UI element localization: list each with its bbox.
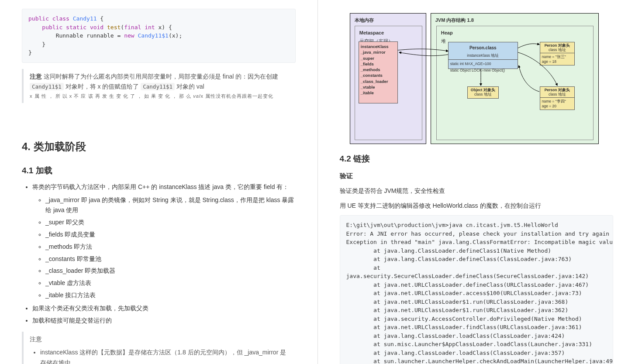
note-final: 注意 这同时解释了为什么匿名内部类引用局部变量时，局部变量必须是 final 的…	[22, 69, 296, 103]
left-column: public class Candy11 { public static voi…	[0, 0, 318, 364]
jvm-diagram: 本地内存 Metaspace元空间（实现） JVM 内存结构 1.8 Heap堆…	[350, 9, 603, 144]
person2-box: Person 对象头class 地址 name = "李四"age = 20	[540, 86, 575, 110]
h3-loading: 4.1 加载	[22, 164, 296, 178]
h4-verify: 验证	[340, 170, 614, 182]
stacktrace-block: E:\git\jvm\out\production\jvm>java cn.it…	[340, 215, 614, 364]
person1-box: Person 对象头class 地址 name = "张三"age = 18	[540, 42, 575, 65]
person-class-box: Person.class instanceKlass 地址 static int…	[448, 42, 518, 69]
code-block-candy11: public class Candy11 { public static voi…	[22, 9, 296, 63]
verify-desc: 验证类是否符合 JVM规范，安全性检查	[340, 186, 614, 196]
h2-class-loading: 4. 类加载阶段	[22, 138, 296, 156]
instanceklass-box: instanceKlass _java_mirror _super _field…	[359, 41, 398, 103]
h3-link: 4.2 链接	[340, 152, 614, 166]
verify-ue: 用 UE 等支持二进制的编辑器修改 HelloWorld.class 的魔数，在…	[340, 201, 614, 211]
object-header-box: Object 对象头class 地址	[467, 86, 499, 99]
right-column: 本地内存 Metaspace元空间（实现） JVM 内存结构 1.8 Heap堆…	[318, 0, 635, 364]
loading-list: 将类的字节码载入方法区中，内部采用 C++ 的 instanceKlass 描述…	[22, 182, 296, 326]
note-metadata: 注意 instanceKlass 这样的【元数据】是存储在方法区（1.8 后的元…	[22, 332, 296, 364]
